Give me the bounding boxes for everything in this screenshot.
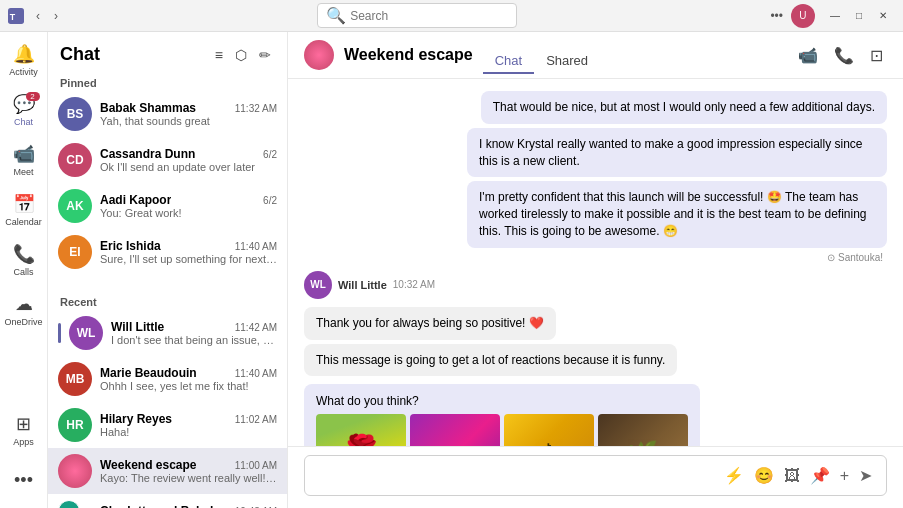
left-nav: 🔔 Activity 💬 2 Chat 📹 Meet 📅 Calendar 📞 … xyxy=(0,32,48,508)
chat-badge: 2 xyxy=(26,92,40,101)
list-item[interactable]: Weekend escape 11:00 AM Kayo: The review… xyxy=(48,448,287,494)
sidebar-item-more[interactable]: ••• xyxy=(4,456,44,504)
chat-item-content: Weekend escape 11:00 AM Kayo: The review… xyxy=(100,458,277,484)
message-input[interactable] xyxy=(317,468,714,483)
sender-info: WL Will Little 10:32 AM xyxy=(304,271,435,299)
user-avatar[interactable]: U xyxy=(791,4,815,28)
sender-time: 10:32 AM xyxy=(393,279,435,290)
sidebar-item-calls[interactable]: 📞 Calls xyxy=(4,236,44,284)
list-item[interactable]: MB Marie Beaudouin 11:40 AM Ohhh I see, … xyxy=(48,356,287,402)
meet-icon: 📹 xyxy=(13,143,35,165)
messages-area: That would be nice, but at most I would … xyxy=(288,79,903,446)
gif-button[interactable]: 🖼 xyxy=(782,465,802,487)
sidebar-item-apps[interactable]: ⊞ Apps xyxy=(4,406,44,454)
teams-logo-icon: T xyxy=(8,8,24,24)
more-options-button[interactable]: ••• xyxy=(770,9,783,23)
chat-title: Weekend escape xyxy=(344,46,473,64)
list-item[interactable]: C B Charlotte and Babak 10:48 AM Charlot… xyxy=(48,494,287,509)
chat-area: Weekend escape Chat Shared 📹 📞 ⊡ That wo… xyxy=(288,32,903,508)
chat-item-preview: Ohhh I see, yes let me fix that! xyxy=(100,380,277,392)
audio-call-button[interactable]: 📞 xyxy=(830,42,858,69)
more-header-button[interactable]: ⊡ xyxy=(866,42,887,69)
chat-list-actions: ≡ ⬡ ✏ xyxy=(211,45,275,65)
input-actions: ⚡ 😊 🖼 📌 + ➤ xyxy=(722,464,874,487)
meet-label: Meet xyxy=(13,167,33,177)
chat-item-name: Marie Beaudouin xyxy=(100,366,197,380)
chat-item-content: Marie Beaudouin 11:40 AM Ohhh I see, yes… xyxy=(100,366,277,392)
avatar: BS xyxy=(58,97,92,131)
chat-item-time: 6/2 xyxy=(263,149,277,160)
chat-item-time: 11:02 AM xyxy=(235,414,277,425)
calls-icon: 📞 xyxy=(13,243,35,265)
chat-item-name: Cassandra Dunn xyxy=(100,147,195,161)
chat-item-name: Babak Shammas xyxy=(100,101,196,115)
onedrive-label: OneDrive xyxy=(4,317,42,327)
chat-item-preview: Yah, that sounds great xyxy=(100,115,277,127)
pinned-chat-list: BS Babak Shammas 11:32 AM Yah, that soun… xyxy=(48,91,287,290)
search-input[interactable] xyxy=(350,9,508,23)
send-button[interactable]: ➤ xyxy=(857,464,874,487)
chat-header: Weekend escape Chat Shared 📹 📞 ⊡ xyxy=(288,32,903,79)
minimize-button[interactable]: — xyxy=(823,4,847,28)
recent-section-label: Recent xyxy=(48,290,287,310)
chat-item-name: Aadi Kapoor xyxy=(100,193,171,207)
list-item[interactable]: BS Babak Shammas 11:32 AM Yah, that soun… xyxy=(48,91,287,137)
calendar-icon: 📅 xyxy=(13,193,35,215)
chat-item-preview: I don't see that being an issue, can tak… xyxy=(111,334,277,346)
sidebar-item-calendar[interactable]: 📅 Calendar xyxy=(4,186,44,234)
chat-item-time: 6/2 xyxy=(263,195,277,206)
chat-item-name: Charlotte and Babak xyxy=(100,504,217,509)
tab-shared[interactable]: Shared xyxy=(534,49,600,74)
search-box[interactable]: 🔍 xyxy=(317,3,517,28)
title-bar-right: ••• U — □ ✕ xyxy=(770,4,895,28)
sidebar-item-activity[interactable]: 🔔 Activity xyxy=(4,36,44,84)
message-input-box[interactable]: ⚡ 😊 🖼 📌 + ➤ xyxy=(304,455,887,496)
chat-list-header: Chat ≡ ⬡ ✏ xyxy=(48,32,287,71)
close-button[interactable]: ✕ xyxy=(871,4,895,28)
onedrive-icon: ☁ xyxy=(15,293,33,315)
tab-chat[interactable]: Chat xyxy=(483,49,534,74)
compose-button[interactable]: ✏ xyxy=(255,45,275,65)
message-group-images: What do you think? 🕯 🌿 Thought these ima… xyxy=(304,384,887,446)
chat-item-content: Hilary Reyes 11:02 AM Haha! xyxy=(100,412,277,438)
image-3: 🕯 xyxy=(504,414,594,446)
video-call-button[interactable]: 📹 xyxy=(794,42,822,69)
sender-attribution: ⊙ Santouka! xyxy=(827,252,883,263)
group-avatar-header xyxy=(304,40,334,70)
sticker-button[interactable]: 📌 xyxy=(808,464,832,487)
list-item[interactable]: EI Eric Ishida 11:40 AM Sure, I'll set u… xyxy=(48,229,287,275)
nav-back-button[interactable]: ‹ xyxy=(30,7,46,25)
chat-item-time: 11:00 AM xyxy=(235,460,277,471)
more-icon: ••• xyxy=(14,470,33,491)
window-controls: — □ ✕ xyxy=(823,4,895,28)
chat-item-time: 11:32 AM xyxy=(235,103,277,114)
list-item[interactable]: HR Hilary Reyes 11:02 AM Haha! xyxy=(48,402,287,448)
sidebar-item-chat[interactable]: 💬 2 Chat xyxy=(4,86,44,134)
list-item[interactable]: AK Aadi Kapoor 6/2 You: Great work! xyxy=(48,183,287,229)
avatar: AK xyxy=(58,189,92,223)
sidebar-item-onedrive[interactable]: ☁ OneDrive xyxy=(4,286,44,334)
message-group-sent: That would be nice, but at most I would … xyxy=(304,91,887,263)
chat-item-time: 11:42 AM xyxy=(235,322,277,333)
list-item[interactable]: WL Will Little 11:42 AM I don't see that… xyxy=(48,310,287,356)
emoji-button[interactable]: 😊 xyxy=(752,464,776,487)
title-bar: T ‹ › 🔍 ••• U — □ ✕ xyxy=(0,0,903,32)
group-avatar: C B xyxy=(58,500,92,509)
maximize-button[interactable]: □ xyxy=(847,4,871,28)
nav-forward-button[interactable]: › xyxy=(48,7,64,25)
app-body: 🔔 Activity 💬 2 Chat 📹 Meet 📅 Calendar 📞 … xyxy=(0,32,903,508)
nav-arrows: ‹ › xyxy=(30,7,64,25)
calendar-label: Calendar xyxy=(5,217,42,227)
chat-list-title: Chat xyxy=(60,44,100,65)
list-item[interactable]: CD Cassandra Dunn 6/2 Ok I'll send an up… xyxy=(48,137,287,183)
chat-item-name: Eric Ishida xyxy=(100,239,161,253)
chat-item-time: 11:40 AM xyxy=(235,368,277,379)
new-meeting-button[interactable]: ⬡ xyxy=(231,45,251,65)
apps-icon: ⊞ xyxy=(16,413,31,435)
chat-item-content: Cassandra Dunn 6/2 Ok I'll send an updat… xyxy=(100,147,277,173)
filter-button[interactable]: ≡ xyxy=(211,45,227,65)
sidebar-item-meet[interactable]: 📹 Meet xyxy=(4,136,44,184)
chat-item-name: Will Little xyxy=(111,320,164,334)
attach-button[interactable]: + xyxy=(838,465,851,487)
format-button[interactable]: ⚡ xyxy=(722,464,746,487)
